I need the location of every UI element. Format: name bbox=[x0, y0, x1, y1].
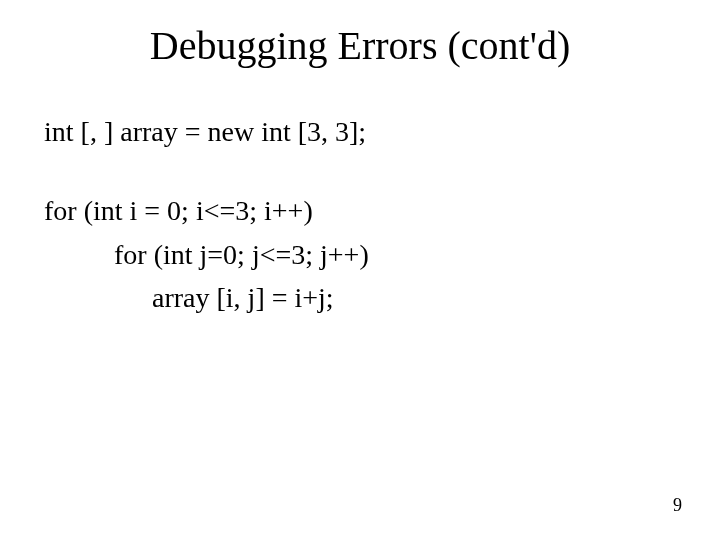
code-line-1: int [, ] array = new int [3, 3]; bbox=[44, 110, 676, 153]
slide-body: int [, ] array = new int [3, 3]; for (in… bbox=[44, 110, 676, 320]
slide: Debugging Errors (cont'd) int [, ] array… bbox=[0, 0, 720, 540]
code-line-3: for (int j=0; j<=3; j++) bbox=[44, 233, 676, 276]
page-number: 9 bbox=[673, 495, 682, 516]
slide-title: Debugging Errors (cont'd) bbox=[0, 22, 720, 69]
code-line-2: for (int i = 0; i<=3; i++) bbox=[44, 189, 676, 232]
blank-line bbox=[44, 153, 676, 189]
code-line-4: array [i, j] = i+j; bbox=[44, 276, 676, 319]
